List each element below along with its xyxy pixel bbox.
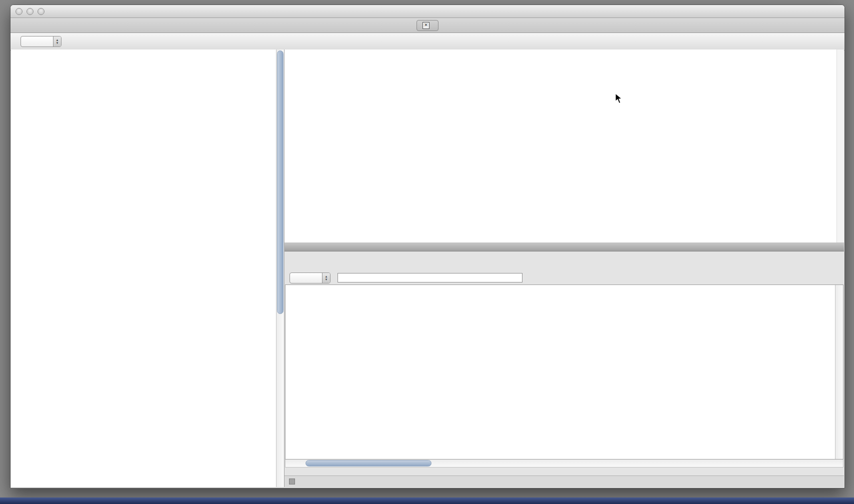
database-browser-panel[interactable] (11, 50, 284, 487)
sidebar-scrollbar-thumb[interactable] (277, 50, 284, 314)
app-window: ✕ ▲▼ (10, 4, 845, 488)
stepper-icon[interactable]: ▲▼ (53, 36, 61, 46)
close-document-icon[interactable]: ✕ (422, 22, 430, 29)
document-tab[interactable]: ✕ (416, 20, 438, 31)
panel-gap (284, 252, 844, 258)
status-indicator-icon (289, 478, 295, 484)
results-search-input[interactable] (338, 273, 522, 282)
desktop-dock-strip (0, 498, 854, 504)
line-number-gutter (284, 50, 300, 242)
sql-code-area[interactable] (300, 50, 844, 242)
schema-tree (11, 50, 284, 51)
result-tabs (284, 258, 844, 271)
status-bar (284, 476, 844, 487)
close-window-button[interactable] (16, 8, 22, 15)
window-controls (16, 8, 44, 15)
table-hscrollbar-thumb[interactable] (306, 460, 432, 466)
editor-status-bar (284, 243, 844, 252)
results-table (285, 284, 844, 460)
spacer (284, 468, 844, 476)
table-vertical-scrollbar[interactable] (835, 285, 843, 459)
results-toolbar: ▲▼ (284, 271, 844, 284)
statement-type-select[interactable]: ▲▼ (20, 36, 62, 47)
main-toolbar: ▲▼ (10, 33, 844, 50)
title-bar[interactable] (10, 5, 844, 18)
document-tab-strip: ✕ (10, 18, 844, 33)
results-grid (286, 285, 836, 459)
sql-editor[interactable] (284, 50, 844, 243)
table-horizontal-scrollbar[interactable] (285, 460, 844, 468)
editor-results-panel: ▲▼ (284, 50, 844, 487)
minimize-window-button[interactable] (26, 8, 34, 15)
zoom-window-button[interactable] (38, 8, 44, 15)
editor-scrollbar[interactable] (836, 50, 844, 242)
row-limit-select[interactable]: ▲▼ (290, 272, 330, 284)
sidebar-scrollbar[interactable] (276, 50, 284, 487)
main-split: ▲▼ (11, 50, 844, 487)
stepper-icon[interactable]: ▲▼ (322, 273, 330, 283)
